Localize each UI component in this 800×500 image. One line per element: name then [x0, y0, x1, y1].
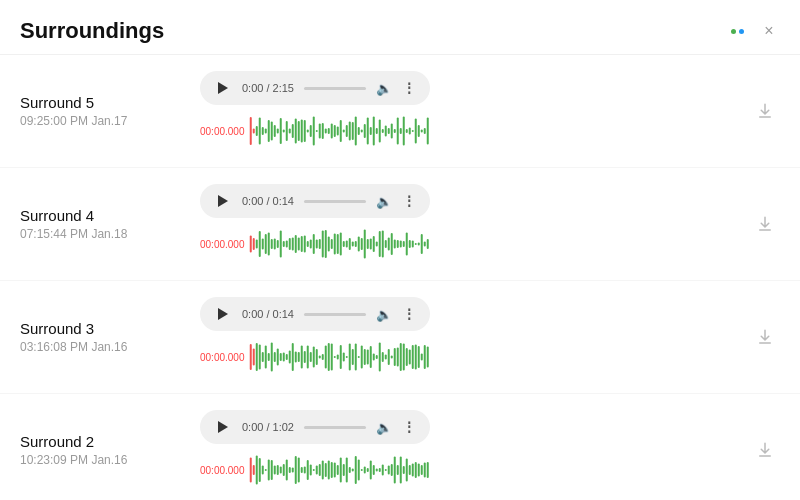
svg-rect-132	[285, 354, 287, 360]
audio-player-bar: 0:00 / 1:02 🔈 ⋮	[200, 410, 430, 444]
svg-rect-177	[420, 354, 422, 361]
svg-rect-48	[393, 129, 395, 133]
svg-rect-174	[411, 345, 413, 369]
svg-rect-22	[315, 130, 317, 132]
item-date: 03:16:08 PM Jan.16	[20, 340, 180, 354]
download-button[interactable]	[750, 322, 780, 352]
svg-rect-221	[372, 465, 374, 475]
svg-rect-97	[360, 238, 362, 250]
svg-rect-103	[378, 231, 380, 257]
svg-rect-74	[291, 238, 293, 251]
volume-icon[interactable]: 🔈	[376, 307, 392, 322]
svg-rect-145	[324, 346, 326, 369]
svg-rect-61	[252, 238, 254, 250]
progress-track[interactable]	[304, 87, 366, 90]
svg-rect-230	[399, 457, 401, 484]
svg-rect-95	[354, 241, 356, 247]
play-button[interactable]	[214, 192, 232, 210]
volume-icon[interactable]: 🔈	[376, 194, 392, 209]
svg-rect-29	[336, 127, 338, 136]
item-name: Surround 4	[20, 207, 180, 224]
svg-rect-41	[372, 117, 374, 146]
progress-track[interactable]	[304, 426, 366, 429]
svg-rect-189	[276, 465, 278, 475]
svg-rect-213	[348, 467, 350, 473]
svg-rect-116	[417, 243, 419, 246]
svg-rect-68	[273, 239, 275, 250]
volume-icon[interactable]: 🔈	[376, 420, 392, 435]
waveform-time: 00:00.000	[200, 126, 245, 137]
svg-rect-171	[402, 344, 404, 371]
svg-rect-137	[300, 346, 302, 369]
item-info: Surround 3 03:16:08 PM Jan.16	[20, 320, 180, 354]
svg-rect-205	[324, 463, 326, 477]
svg-rect-11	[282, 130, 284, 133]
svg-rect-214	[351, 469, 353, 472]
svg-rect-106	[387, 238, 389, 251]
progress-track[interactable]	[304, 313, 366, 316]
download-button[interactable]	[750, 96, 780, 126]
waveform-time: 00:00.000	[200, 465, 245, 476]
svg-rect-216	[357, 460, 359, 481]
download-icon	[756, 215, 774, 233]
play-triangle-icon	[218, 421, 228, 433]
svg-rect-88	[333, 234, 335, 255]
item-date: 07:15:44 PM Jan.18	[20, 227, 180, 241]
svg-rect-127	[270, 343, 272, 372]
more-icon[interactable]: ⋮	[402, 306, 416, 322]
svg-rect-15	[294, 119, 296, 144]
svg-rect-231	[402, 466, 404, 474]
download-icon	[756, 441, 774, 459]
svg-rect-96	[357, 237, 359, 252]
svg-rect-51	[402, 117, 404, 146]
svg-rect-3	[258, 118, 260, 145]
svg-rect-141	[312, 347, 314, 368]
item-info: Surround 5 09:25:00 PM Jan.17	[20, 94, 180, 128]
play-button[interactable]	[214, 79, 232, 97]
svg-rect-229	[396, 465, 398, 475]
svg-rect-82	[315, 240, 317, 249]
svg-rect-215	[354, 456, 356, 484]
svg-rect-161	[372, 354, 374, 361]
more-icon[interactable]: ⋮	[402, 419, 416, 435]
item-player: 0:00 / 2:15 🔈 ⋮ 00:00.000	[200, 71, 730, 151]
volume-icon[interactable]: 🔈	[376, 81, 392, 96]
svg-rect-159	[366, 350, 368, 365]
svg-rect-144	[321, 354, 323, 360]
svg-rect-163	[378, 343, 380, 372]
progress-track[interactable]	[304, 200, 366, 203]
svg-rect-212	[345, 458, 347, 483]
svg-rect-30	[339, 120, 341, 142]
dots-icon[interactable]	[727, 25, 748, 38]
svg-rect-71	[282, 241, 284, 247]
more-icon[interactable]: ⋮	[402, 80, 416, 96]
svg-rect-23	[318, 124, 320, 139]
download-button[interactable]	[750, 209, 780, 239]
play-button[interactable]	[214, 305, 232, 323]
svg-rect-19	[306, 130, 308, 133]
svg-rect-194	[291, 468, 293, 473]
svg-rect-117	[420, 234, 422, 254]
svg-rect-148	[333, 356, 335, 358]
close-button[interactable]: ×	[758, 20, 780, 42]
svg-rect-84	[321, 231, 323, 258]
svg-rect-201	[312, 469, 314, 471]
svg-rect-6	[267, 120, 269, 142]
svg-rect-101	[372, 236, 374, 252]
item-date: 10:23:09 PM Jan.16	[20, 453, 180, 467]
svg-rect-8	[273, 125, 275, 137]
play-button[interactable]	[214, 418, 232, 436]
svg-rect-179	[426, 347, 428, 368]
more-icon[interactable]: ⋮	[402, 193, 416, 209]
svg-rect-152	[345, 356, 347, 358]
download-button[interactable]	[750, 435, 780, 465]
svg-rect-154	[351, 349, 353, 365]
svg-rect-239	[426, 462, 428, 478]
svg-rect-91	[342, 241, 344, 247]
dot-blue	[739, 29, 744, 34]
svg-rect-32	[345, 125, 347, 137]
svg-rect-93	[348, 238, 350, 250]
svg-rect-183	[258, 458, 260, 482]
svg-rect-58	[423, 128, 425, 134]
svg-rect-113	[408, 240, 410, 248]
